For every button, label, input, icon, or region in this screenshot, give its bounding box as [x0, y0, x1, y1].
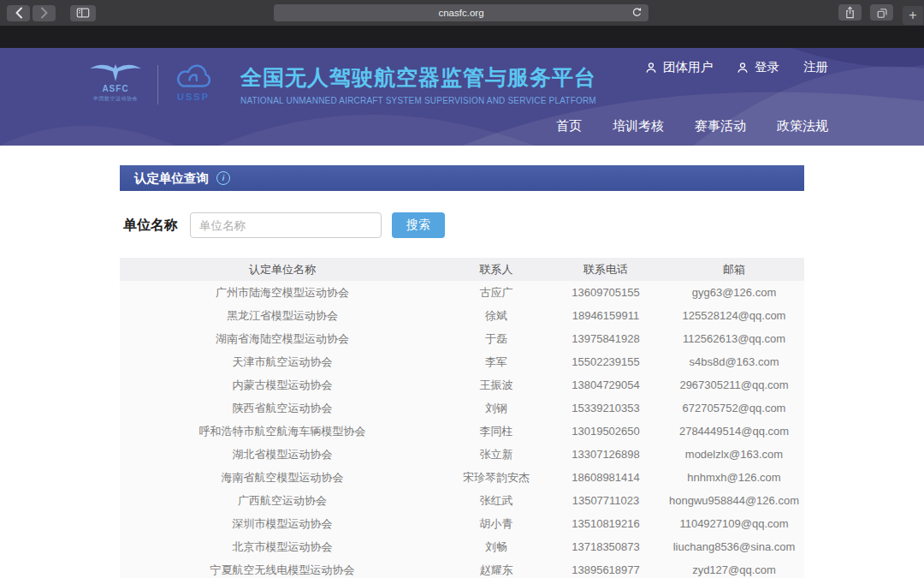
cell-unit-name: 天津市航空运动协会 — [120, 350, 445, 373]
cell-unit-name: 呼和浩特市航空航海车辆模型协会 — [120, 420, 445, 443]
cell-contact: 于磊 — [445, 327, 548, 350]
header-contact: 联系人 — [445, 258, 548, 281]
cell-contact: 胡小青 — [445, 512, 548, 535]
site-title-block: 全国无人驾驶航空器监管与服务平台 NATIONAL UNMANNED AIRCR… — [240, 63, 596, 105]
cell-contact: 张红武 — [445, 489, 548, 512]
back-button[interactable] — [7, 5, 30, 21]
table-row: 深圳市模型运动协会 胡小青 13510819216 1104927109@qq.… — [120, 512, 804, 535]
cell-unit-name: 内蒙古模型运动协会 — [120, 373, 445, 396]
sidebar-icon — [75, 6, 91, 20]
section-title: 认定单位查询 — [134, 170, 209, 187]
cell-phone: 13307126898 — [548, 443, 664, 466]
cell-email: modelzlx@163.com — [664, 443, 804, 466]
forward-icon — [40, 7, 49, 19]
table-row: 北京市模型运动协会 刘畅 13718350873 liuchang8536@si… — [120, 535, 804, 558]
cell-unit-name: 湖南省海陆空模型运动协会 — [120, 327, 445, 350]
cell-unit-name: 广西航空运动协会 — [120, 489, 445, 512]
site-header: 团体用户 登录 注册 ASFC 中国航空运动协会 — [0, 48, 924, 146]
table-header-row: 认定单位名称 联系人 联系电话 邮箱 — [120, 258, 804, 281]
cell-email: 672705752@qq.com — [664, 396, 804, 420]
cell-email: 125528124@qq.com — [664, 304, 804, 327]
ussp-cloud-icon — [173, 63, 214, 91]
forward-button[interactable] — [33, 5, 56, 21]
show-all-tabs-button[interactable] — [870, 4, 893, 21]
tabs-icon — [876, 7, 888, 19]
cell-email: hnhmxh@126.com — [664, 466, 804, 489]
search-row: 单位名称 搜索 — [120, 212, 804, 238]
cell-contact: 宋珍琴韵安杰 — [445, 466, 548, 489]
cell-contact: 古应广 — [445, 281, 548, 304]
table-row: 天津市航空运动协会 李军 15502239155 s4bs8d@163.com — [120, 350, 804, 373]
cell-unit-name: 宁夏航空无线电模型运动协会 — [120, 558, 445, 578]
browser-toolbar: cnasfc.org + — [0, 0, 924, 26]
cell-email: 112562613@qq.com — [664, 327, 804, 350]
cell-unit-name: 北京市模型运动协会 — [120, 535, 445, 558]
login-link[interactable]: 登录 — [737, 59, 779, 75]
cell-email: liuchang8536@sina.com — [664, 535, 804, 558]
page-content: 认定单位查询 i 单位名称 搜索 认定单位名称 联系人 联系电话 邮箱 广州市陆… — [120, 165, 804, 578]
cell-unit-name: 陕西省航空运动协会 — [120, 396, 445, 420]
table-row: 湖南省海陆空模型运动协会 于磊 13975841928 112562613@qq… — [120, 327, 804, 350]
unit-name-input[interactable] — [190, 212, 382, 238]
cell-email: s4bs8d@163.com — [664, 350, 804, 373]
brand-block: ASFC 中国航空运动协会 USSP 全国无人驾驶航空器监管与服务平台 NATI… — [86, 61, 596, 105]
asfc-logo: ASFC 中国航空运动协会 — [86, 61, 145, 101]
info-icon[interactable]: i — [216, 171, 230, 185]
unit-name-label: 单位名称 — [123, 217, 178, 235]
table-row: 广州市陆海空模型运动协会 古应广 13609705155 gyg63@126.c… — [120, 281, 804, 304]
new-tab-button[interactable]: + — [903, 6, 923, 25]
asfc-chinese-name: 中国航空运动协会 — [86, 96, 145, 101]
cell-unit-name: 海南省航空模型运动协会 — [120, 466, 445, 489]
search-button[interactable]: 搜索 — [392, 212, 445, 238]
cell-phone: 13609705155 — [548, 281, 664, 304]
cell-contact: 赵耀东 — [445, 558, 548, 578]
cell-contact: 王振波 — [445, 373, 548, 396]
cell-phone: 13975841928 — [548, 327, 664, 350]
cell-email: 1104927109@qq.com — [664, 512, 804, 535]
ussp-acronym: USSP — [170, 92, 216, 102]
cell-phone: 15339210353 — [548, 396, 664, 420]
cell-phone: 13718350873 — [548, 535, 664, 558]
cell-phone: 13019502650 — [548, 420, 664, 443]
cell-phone: 18946159911 — [548, 304, 664, 327]
main-nav: 首页 培训考核 赛事活动 政策法规 — [556, 118, 828, 134]
person-icon — [645, 62, 657, 74]
group-user-label: 团体用户 — [663, 59, 713, 75]
table-row: 广西航空运动协会 张红武 13507711023 hongwu958844@12… — [120, 489, 804, 512]
cell-email: zyd127@qq.com — [664, 558, 804, 578]
table-row: 呼和浩特市航空航海车辆模型协会 李同柱 13019502650 27844495… — [120, 420, 804, 443]
site-subtitle: NATIONAL UNMANNED AIRCRAFT SYSTEM SUPERV… — [240, 96, 596, 105]
register-link[interactable]: 注册 — [803, 59, 828, 75]
nav-item-policy[interactable]: 政策法规 — [777, 118, 828, 134]
register-label: 注册 — [803, 59, 828, 75]
cell-unit-name: 深圳市模型运动协会 — [120, 512, 445, 535]
brand-divider — [157, 65, 158, 104]
group-user-link[interactable]: 团体用户 — [645, 59, 713, 75]
nav-item-events[interactable]: 赛事活动 — [695, 118, 746, 134]
certified-units-table: 认定单位名称 联系人 联系电话 邮箱 广州市陆海空模型运动协会 古应广 1360… — [120, 258, 804, 578]
nav-item-training[interactable]: 培训考核 — [613, 118, 664, 134]
sidebar-button[interactable] — [70, 5, 96, 21]
table-header: 认定单位名称 联系人 联系电话 邮箱 — [120, 258, 804, 281]
table-row: 陕西省航空运动协会 刘钢 15339210353 672705752@qq.co… — [120, 396, 804, 420]
address-bar[interactable]: cnasfc.org — [274, 4, 649, 21]
site-title: 全国无人驾驶航空器监管与服务平台 — [240, 63, 596, 92]
nav-item-home[interactable]: 首页 — [556, 118, 582, 134]
share-button[interactable] — [838, 4, 862, 21]
tab-strip — [0, 26, 924, 48]
cell-phone: 13895618977 — [548, 558, 664, 578]
cell-contact: 李同柱 — [445, 420, 548, 443]
cell-phone: 13804729054 — [548, 373, 664, 396]
header-phone: 联系电话 — [548, 258, 664, 281]
reload-icon[interactable] — [631, 7, 643, 18]
share-icon — [844, 6, 856, 19]
cell-phone: 13510819216 — [548, 512, 664, 535]
header-unit-name: 认定单位名称 — [120, 258, 445, 281]
back-icon — [15, 7, 23, 19]
cell-phone: 13507711023 — [548, 489, 664, 512]
asfc-acronym: ASFC — [86, 85, 145, 93]
asfc-wings-icon — [87, 61, 144, 83]
header-user-links: 团体用户 登录 注册 — [645, 59, 828, 75]
table-row: 海南省航空模型运动协会 宋珍琴韵安杰 18608981414 hnhmxh@12… — [120, 466, 804, 489]
cell-unit-name: 湖北省模型运动协会 — [120, 443, 445, 466]
